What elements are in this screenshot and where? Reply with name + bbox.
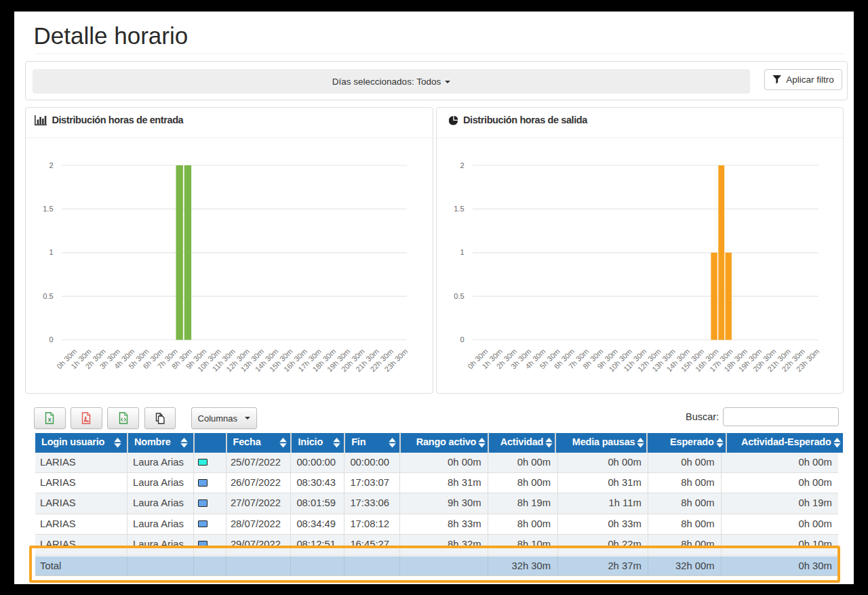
svg-text:1: 1 [460, 248, 465, 256]
svg-text:0: 0 [49, 335, 53, 344]
svg-text:0: 0 [460, 335, 465, 344]
svg-text:1: 1 [49, 248, 53, 256]
svg-text:1.5: 1.5 [43, 205, 53, 213]
svg-text:x: x [48, 416, 52, 423]
svg-text:2: 2 [49, 161, 53, 169]
svg-text:0.5: 0.5 [454, 291, 465, 300]
svg-text:1.5: 1.5 [454, 205, 465, 213]
svg-text:0.5: 0.5 [43, 291, 53, 300]
svg-text:2: 2 [460, 161, 465, 169]
